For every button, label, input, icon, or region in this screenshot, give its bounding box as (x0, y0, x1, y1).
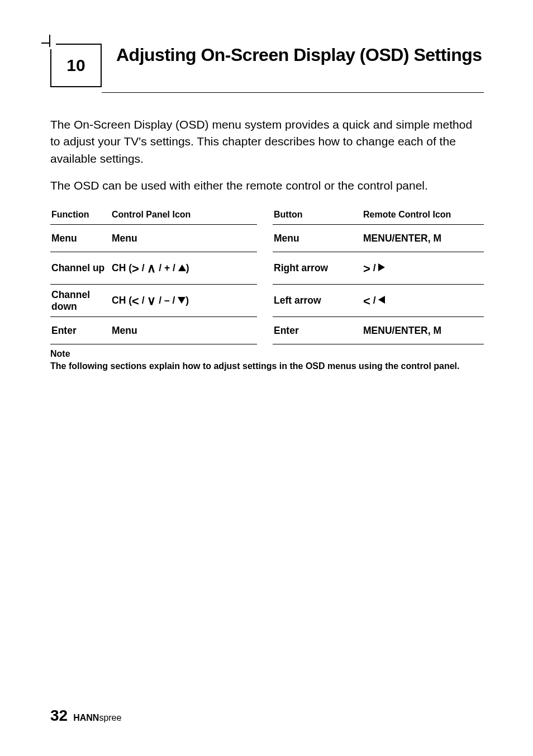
greater-than-icon: > (363, 262, 370, 276)
cell-cp-icon: Menu (111, 317, 257, 344)
document-page: 10 Adjusting On-Screen Display (OSD) Set… (0, 0, 533, 756)
cell-button: Left arrow (273, 285, 362, 317)
less-than-icon: < (363, 294, 370, 308)
cell-button: Right arrow (273, 252, 362, 285)
cell-rc-icon: > / (362, 252, 484, 285)
table-row: Menu MENU/ENTER, M (273, 225, 484, 252)
table-header-row: Function Control Panel Icon (50, 205, 257, 225)
note-block: Note The following sections explain how … (50, 348, 484, 372)
cell-button: Enter (273, 317, 362, 344)
col-remote-control-icon: Remote Control Icon (362, 205, 484, 225)
wedge-up-icon: ∧ (147, 261, 156, 275)
table-right-section: Button Remote Control Icon Menu MENU/ENT… (273, 205, 484, 345)
chapter-number-box: 10 (50, 44, 102, 87)
triangle-right-icon (378, 263, 385, 271)
table-left-section: Function Control Panel Icon Menu Menu Ch… (50, 205, 257, 345)
cell-cp-icon: Menu (111, 225, 257, 252)
greater-than-icon: > (132, 262, 139, 276)
triangle-left-icon (378, 296, 385, 304)
table-row: Right arrow > / (273, 252, 484, 285)
page-footer: 32 HANNspree (50, 707, 121, 725)
table-row: Menu Menu (50, 225, 257, 252)
note-text: The following sections explain how to ad… (50, 360, 484, 372)
less-than-icon: < (132, 294, 139, 308)
cell-rc-icon: MENU/ENTER, M (362, 225, 484, 252)
page-number: 32 (50, 707, 68, 725)
cell-cp-icon: CH (> / ∧ / + / ) (111, 252, 257, 285)
control-mapping-table: Function Control Panel Icon Menu Menu Ch… (50, 205, 484, 345)
intro-paragraph-2: The OSD can be used with either the remo… (50, 177, 484, 194)
triangle-down-icon (178, 297, 185, 304)
cell-button: Menu (273, 225, 362, 252)
cell-cp-icon: CH (< / ∨ / – / ) (111, 285, 257, 317)
table-row: Left arrow < / (273, 285, 484, 317)
table-row: Enter Menu (50, 317, 257, 344)
triangle-up-icon (178, 264, 186, 271)
col-button: Button (273, 205, 362, 225)
note-label: Note (50, 348, 484, 360)
table-row: Channel down CH (< / ∨ / – / ) (50, 285, 257, 317)
chapter-title: Adjusting On-Screen Display (OSD) Settin… (102, 44, 482, 65)
col-control-panel-icon: Control Panel Icon (111, 205, 257, 225)
cell-function: Enter (50, 317, 111, 344)
cell-function: Channel up (50, 252, 111, 285)
cell-function: Channel down (50, 285, 111, 317)
cell-rc-icon: < / (362, 285, 484, 317)
chapter-header: 10 Adjusting On-Screen Display (OSD) Set… (50, 44, 484, 87)
table-row: Channel up CH (> / ∧ / + / ) (50, 252, 257, 285)
table-header-row: Button Remote Control Icon (273, 205, 484, 225)
intro-paragraph-1: The On-Screen Display (OSD) menu system … (50, 116, 484, 167)
cell-function: Menu (50, 225, 111, 252)
cell-rc-icon: MENU/ENTER, M (362, 317, 484, 344)
chapter-number: 10 (66, 56, 85, 75)
title-underline (102, 92, 484, 93)
table-row: Enter MENU/ENTER, M (273, 317, 484, 344)
vee-down-icon: ∨ (147, 294, 156, 308)
col-function: Function (50, 205, 111, 225)
brand-logo: HANNspree (73, 713, 121, 723)
